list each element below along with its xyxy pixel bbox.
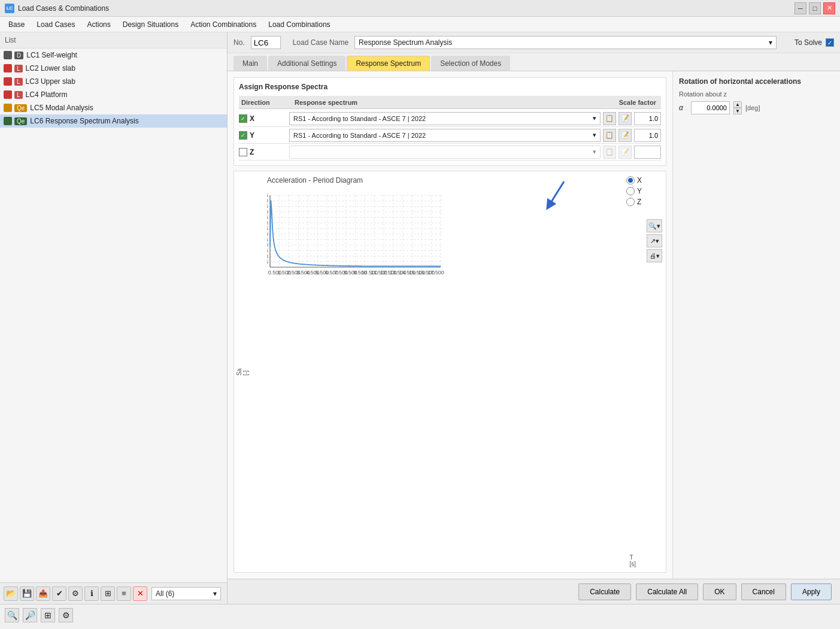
open-button[interactable]: 📂	[4, 586, 18, 601]
maximize-button[interactable]: □	[809, 2, 821, 14]
svg-text:0.175: 0.175	[267, 225, 268, 231]
content-topbar: No. Load Case Name Response Spectrum Ana…	[228, 32, 840, 53]
item-color-lc4	[4, 90, 12, 99]
name-value: Response Spectrum Analysis	[359, 38, 452, 47]
svg-text:0.125: 0.125	[267, 237, 268, 243]
no-input[interactable]	[251, 36, 281, 49]
tabs: MainAdditional SettingsResponse Spectrum…	[228, 53, 840, 71]
print-tool-button[interactable]: 🖨▾	[647, 249, 662, 262]
ok-button[interactable]: OK	[703, 583, 736, 600]
app-icon: LC	[5, 4, 14, 13]
tab-main[interactable]: Main	[233, 56, 267, 71]
dir-checkbox-1[interactable]	[239, 131, 247, 140]
filter-button[interactable]: ⊞	[41, 608, 55, 622]
rotation-input[interactable]	[691, 101, 730, 114]
spectrum-btn2-1[interactable]: 📝	[618, 129, 632, 142]
spinner-up[interactable]: ▲	[733, 101, 742, 108]
tab-selection-of-modes[interactable]: Selection of Modes	[431, 56, 510, 71]
dir-label-2: Z	[250, 148, 254, 156]
spectrum-btn2-0[interactable]: 📝	[618, 112, 632, 125]
rotation-sub: Rotation about z	[679, 90, 834, 98]
spectra-rows: X RS1 - According to Standard - ASCE 7 |…	[239, 110, 661, 161]
item-color-lc2	[4, 64, 12, 72]
menu-base[interactable]: Base	[2, 19, 31, 31]
export-button[interactable]: 📤	[36, 586, 50, 601]
menu-action-combinations[interactable]: Action Combinations	[184, 19, 262, 31]
apply-button[interactable]: Apply	[791, 583, 832, 600]
zoom-tool-button[interactable]: 🔍▾	[647, 219, 662, 232]
spectrum-btn2-2[interactable]: 📝	[618, 146, 632, 159]
radio-z[interactable]: Z	[626, 198, 642, 206]
scale-input-2[interactable]	[634, 146, 661, 159]
item-label-lc2: LC2 Lower slab	[26, 64, 75, 72]
main-layout: List D LC1 Self-weight L LC2 Lower slab …	[0, 32, 840, 604]
item-badge-lc6: Qe	[14, 117, 27, 125]
window-title: Load Cases & Combinations	[18, 4, 794, 13]
spectrum-chevron-1: ▾	[593, 131, 596, 139]
to-solve-checkbox[interactable]	[826, 38, 834, 47]
tab-response-spectrum[interactable]: Response Spectrum	[347, 56, 430, 71]
svg-text:0.150: 0.150	[267, 231, 268, 237]
rotation-row: α ▲ ▼ [deg]	[679, 101, 834, 114]
filter-chevron: ▾	[213, 589, 217, 598]
item-label-lc4: LC4 Platform	[26, 90, 68, 99]
svg-text:17.500: 17.500	[427, 270, 444, 276]
name-dropdown[interactable]: Response Spectrum Analysis ▾	[354, 36, 777, 49]
spectrum-dropdown-0[interactable]: RS1 - According to Standard - ASCE 7 | 2…	[289, 112, 601, 125]
y-axis-label: Sa[-]	[236, 368, 249, 375]
list-item-lc4[interactable]: L LC4 Platform	[0, 88, 227, 101]
settings-button[interactable]: ⚙	[68, 586, 83, 601]
spectrum-btn1-0[interactable]: 📋	[603, 112, 616, 125]
menu-load-combinations[interactable]: Load Combinations	[262, 19, 336, 31]
check-button[interactable]: ✔	[52, 586, 66, 601]
list-item-lc1[interactable]: D LC1 Self-weight	[0, 49, 227, 62]
menu-design-situations[interactable]: Design Situations	[117, 19, 184, 31]
diagram-title: Acceleration - Period Diagram	[267, 176, 363, 185]
menu-load-cases[interactable]: Load Cases	[31, 19, 81, 31]
scale-input-0[interactable]	[634, 112, 661, 125]
x-axis-label: T[s]	[629, 554, 636, 567]
spectrum-dropdown-1[interactable]: RS1 - According to Standard - ASCE 7 | 2…	[289, 129, 601, 142]
radio-x[interactable]: X	[626, 176, 642, 185]
spectrum-dropdown-2[interactable]: ▾	[289, 146, 601, 159]
scale-input-1[interactable]	[634, 129, 661, 142]
filter-dropdown[interactable]: All (6) ▾	[151, 587, 221, 600]
spinner-down[interactable]: ▼	[733, 108, 742, 114]
rotation-title: Rotation of horizontal accelerations	[679, 77, 834, 86]
list-button[interactable]: ≡	[117, 586, 131, 601]
tab-additional-settings[interactable]: Additional Settings	[268, 56, 345, 71]
radio-y[interactable]: Y	[626, 187, 642, 195]
search-button[interactable]: 🔍	[5, 608, 19, 622]
dir-checkbox-2[interactable]	[239, 148, 247, 156]
plus-button[interactable]: ⊞	[101, 586, 115, 601]
save-button[interactable]: 💾	[20, 586, 34, 601]
item-badge-lc5: Qe	[14, 104, 27, 112]
search-btn2[interactable]: 🔎	[23, 608, 37, 622]
item-color-lc6	[4, 117, 12, 125]
info-button[interactable]: ℹ	[84, 586, 99, 601]
calculate-button[interactable]: Calculate	[578, 583, 631, 600]
dir-cell-0: X	[239, 114, 287, 123]
spectra-row-2: Z ▾ 📋 📝	[239, 144, 661, 161]
delete-button[interactable]: ✕	[133, 586, 147, 601]
close-button[interactable]: ✕	[823, 2, 835, 14]
list-item-lc2[interactable]: L LC2 Lower slab	[0, 62, 227, 75]
item-label-lc3: LC3 Upper slab	[26, 77, 75, 86]
panel-right: Rotation of horizontal accelerations Rot…	[672, 71, 840, 579]
dir-checkbox-0[interactable]	[239, 114, 247, 123]
calculate-all-button[interactable]: Calculate All	[636, 583, 698, 600]
menu-actions[interactable]: Actions	[81, 19, 116, 31]
spectrum-btn1-2[interactable]: 📋	[603, 146, 616, 159]
svg-text:0.200: 0.200	[267, 220, 268, 226]
cursor-tool-button[interactable]: ↗▾	[647, 234, 662, 247]
spectrum-btn1-1[interactable]: 📋	[603, 129, 616, 142]
settings-search-button[interactable]: ⚙	[59, 608, 73, 622]
list-item-lc5[interactable]: Qe LC5 Modal Analysis	[0, 101, 227, 114]
svg-text:0.300: 0.300	[267, 198, 268, 204]
panel: Assign Response Spectra Direction Respon…	[228, 71, 840, 579]
list-item-lc3[interactable]: L LC3 Upper slab	[0, 75, 227, 88]
list-item-lc6[interactable]: Qe LC6 Response Spectrum Analysis	[0, 114, 227, 128]
minimize-button[interactable]: ─	[794, 2, 806, 14]
cancel-button[interactable]: Cancel	[741, 583, 786, 600]
dir-cell-1: Y	[239, 131, 287, 140]
